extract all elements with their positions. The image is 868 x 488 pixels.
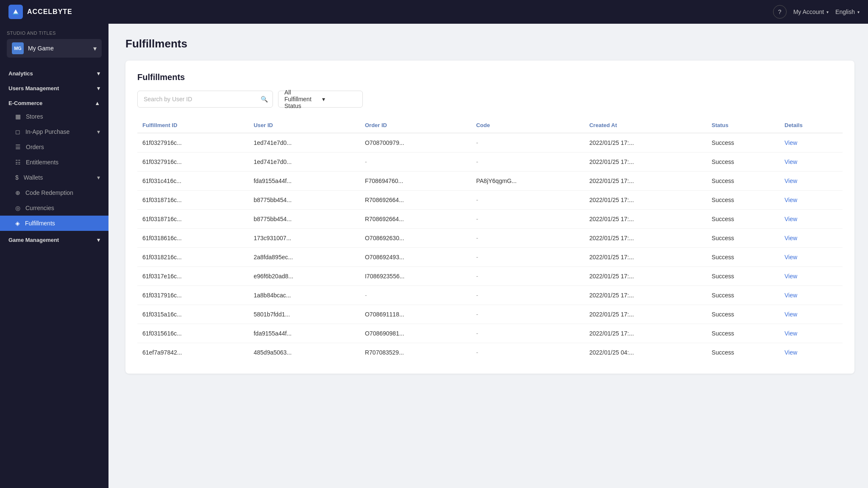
code-redemption-label: Code Redemption (25, 189, 73, 196)
view-link[interactable]: View (785, 158, 797, 165)
sidebar-item-in-app-purchase[interactable]: ◻ In-App Purchase ▾ (0, 124, 108, 139)
studio-chevron-icon: ▾ (93, 44, 97, 53)
view-link[interactable]: View (785, 292, 797, 299)
cell-fulfillment-id: 61f031c416c... (137, 172, 248, 191)
cell-details[interactable]: View (779, 229, 843, 248)
search-icon: 🔍 (261, 96, 268, 103)
sidebar-item-code-redemption[interactable]: ⊕ Code Redemption (0, 185, 108, 200)
view-link[interactable]: View (785, 311, 797, 318)
view-link[interactable]: View (785, 177, 797, 184)
cell-fulfillment-id: 61f0318716c... (137, 210, 248, 229)
logo-text: ACCELBYTE (27, 8, 72, 16)
cell-fulfillment-id: 61f0318716c... (137, 191, 248, 210)
stores-icon: ▦ (15, 113, 21, 120)
cell-user-id: 1a8b84bcac... (248, 286, 359, 305)
cell-status: Success (707, 248, 779, 267)
view-link[interactable]: View (785, 235, 797, 241)
table-row: 61f0317916c...1a8b84bcac...--2022/01/25 … (137, 286, 843, 305)
language-button[interactable]: English ▾ (835, 8, 860, 15)
cell-status: Success (707, 324, 779, 343)
search-wrapper: 🔍 (137, 91, 273, 108)
cell-created-at: 2022/01/25 04:... (584, 343, 707, 362)
cell-status: Success (707, 210, 779, 229)
sidebar-item-currencies[interactable]: ◎ Currencies (0, 200, 108, 216)
cell-status: Success (707, 133, 779, 152)
table-body: 61f0327916c...1ed741e7d0...O708700979...… (137, 133, 843, 362)
cell-details[interactable]: View (779, 324, 843, 343)
cell-created-at: 2022/01/25 17:... (584, 324, 707, 343)
cell-created-at: 2022/01/25 17:... (584, 152, 707, 172)
svg-rect-0 (13, 14, 19, 15)
view-link[interactable]: View (785, 197, 797, 203)
view-link[interactable]: View (785, 273, 797, 280)
studio-dropdown[interactable]: MG My Game ▾ (7, 39, 102, 58)
users-management-chevron-icon: ▾ (97, 85, 100, 92)
cell-details[interactable]: View (779, 267, 843, 286)
cell-details[interactable]: View (779, 343, 843, 362)
col-code: Code (471, 118, 584, 133)
fulfillments-card: Fulfillments 🔍 All Fulfillment Status ▾ (125, 61, 854, 374)
status-filter-label: All Fulfillment Status (284, 89, 319, 109)
sidebar-item-fulfillments[interactable]: ◈ Fulfillments (0, 216, 108, 231)
cell-status: Success (707, 305, 779, 324)
cell-details[interactable]: View (779, 210, 843, 229)
cell-details[interactable]: View (779, 286, 843, 305)
fulfillments-table-wrapper: Fulfillment ID User ID Order ID Code Cre… (137, 118, 843, 362)
cell-fulfillment-id: 61ef7a97842... (137, 343, 248, 362)
view-link[interactable]: View (785, 330, 797, 337)
language-chevron-icon: ▾ (857, 10, 860, 14)
fulfillments-label: Fulfillments (25, 220, 55, 227)
studio-section: STUDIO AND TITLES MG My Game ▾ (0, 24, 108, 61)
cell-status: Success (707, 172, 779, 191)
cell-created-at: 2022/01/25 17:... (584, 248, 707, 267)
cell-details[interactable]: View (779, 191, 843, 210)
account-chevron-icon: ▾ (826, 10, 829, 14)
sidebar-item-stores[interactable]: ▦ Stores (0, 109, 108, 124)
search-input[interactable] (137, 91, 273, 108)
view-link[interactable]: View (785, 139, 797, 146)
status-filter-dropdown[interactable]: All Fulfillment Status ▾ (278, 91, 363, 108)
cell-created-at: 2022/01/25 17:... (584, 267, 707, 286)
sidebar-item-users-management[interactable]: Users Management ▾ (0, 79, 108, 94)
sidebar-item-entitlements[interactable]: ☷ Entitlements (0, 155, 108, 170)
cell-status: Success (707, 286, 779, 305)
cell-details[interactable]: View (779, 133, 843, 152)
cell-user-id: fda9155a44f... (248, 324, 359, 343)
cell-user-id: 485d9a5063... (248, 343, 359, 362)
wallets-label: Wallets (24, 174, 43, 181)
sidebar-item-wallets[interactable]: $ Wallets ▾ (0, 170, 108, 185)
help-button[interactable]: ? (773, 5, 787, 19)
sidebar-item-orders[interactable]: ☰ Orders (0, 139, 108, 155)
cell-order-id: O708692630... (360, 229, 471, 248)
top-nav: ACCELBYTE ? My Account ▾ English ▾ (0, 0, 868, 24)
cell-created-at: 2022/01/25 17:... (584, 191, 707, 210)
view-link[interactable]: View (785, 254, 797, 261)
cell-created-at: 2022/01/25 17:... (584, 172, 707, 191)
cell-user-id: b8775bb454... (248, 191, 359, 210)
cell-fulfillment-id: 61f0318216c... (137, 248, 248, 267)
orders-icon: ☰ (15, 144, 21, 150)
sidebar-item-ecommerce[interactable]: E-Commerce ▲ (0, 94, 108, 109)
cell-status: Success (707, 229, 779, 248)
users-management-label: Users Management (8, 85, 59, 92)
cell-details[interactable]: View (779, 305, 843, 324)
sidebar-item-analytics[interactable]: Analytics ▾ (0, 64, 108, 79)
cell-code: - (471, 343, 584, 362)
cell-order-id: R707083529... (360, 343, 471, 362)
cell-order-id: O708692493... (360, 248, 471, 267)
col-order-id: Order ID (360, 118, 471, 133)
cell-details[interactable]: View (779, 248, 843, 267)
cell-code: - (471, 305, 584, 324)
table-row: 61f031c416c...fda9155a44f...F708694760..… (137, 172, 843, 191)
table-row: 61f0318716c...b8775bb454...R708692664...… (137, 210, 843, 229)
cell-details[interactable]: View (779, 172, 843, 191)
cell-details[interactable]: View (779, 152, 843, 172)
table-row: 61f0318716c...b8775bb454...R708692664...… (137, 191, 843, 210)
account-button[interactable]: My Account ▾ (793, 8, 829, 15)
logo-icon (8, 5, 23, 19)
view-link[interactable]: View (785, 216, 797, 222)
sidebar-item-game-management[interactable]: Game Management ▾ (0, 231, 108, 246)
view-link[interactable]: View (785, 349, 797, 356)
cell-fulfillment-id: 61f0315616c... (137, 324, 248, 343)
cell-status: Success (707, 191, 779, 210)
